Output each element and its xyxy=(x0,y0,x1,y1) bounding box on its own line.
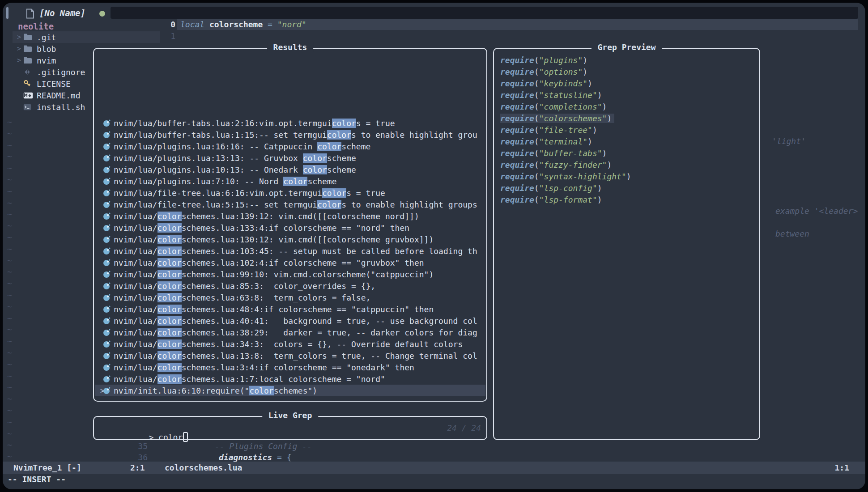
result-row[interactable]: nvim/lua/plugins.lua:13:13: -- Gruvbox c… xyxy=(95,152,485,164)
require-statement: require("fuzzy-finder") xyxy=(500,160,614,170)
statusline: NvimTree_1 [-] 2:1 colorschemes.lua 1:1 xyxy=(3,462,865,474)
empty-line-tilde: ~ xyxy=(7,140,12,150)
result-row[interactable]: nvim/lua/colorschemes.lua:103:45: -- set… xyxy=(95,245,485,257)
close-paren: ) xyxy=(597,90,602,100)
result-text: nvim/lua/colorschemes.lua:130:12: vim.cm… xyxy=(114,235,485,244)
require-statement: require("completions") xyxy=(500,102,609,111)
result-text: nvim/lua/colorschemes.lua:99:10: vim.cmd… xyxy=(114,270,485,279)
close-paren: ) xyxy=(602,102,607,111)
preview-list: require("plugins")require("options")requ… xyxy=(495,54,758,205)
code-fragment: 'light' xyxy=(772,136,806,146)
match-highlight: color xyxy=(157,235,182,244)
open-paren: ( xyxy=(534,183,539,193)
empty-line-tilde: ~ xyxy=(7,302,12,311)
match-highlight: color xyxy=(157,339,182,349)
result-row[interactable]: nvim/lua/colorschemes.lua:3:4:if colorsc… xyxy=(95,361,485,373)
result-text: nvim/lua/colorschemes.lua:103:45: -- set… xyxy=(114,246,485,256)
result-row[interactable]: nvim/lua/plugins.lua:16:16: -- Catppucci… xyxy=(95,140,485,152)
require-statement: require("buffer-tabs") xyxy=(500,148,609,158)
empty-line-tilde: ~ xyxy=(7,198,12,208)
lua-icon xyxy=(103,271,114,278)
preview-row-lsp-format: require("lsp-format") xyxy=(495,194,758,205)
line-number: 0 xyxy=(157,20,175,29)
result-row[interactable]: >nvim/init.lua:6:10:require("colorscheme… xyxy=(95,385,485,396)
result-row[interactable]: nvim/lua/buffer-tabs.lua:2:16:vim.opt.te… xyxy=(95,117,485,129)
text-cursor xyxy=(183,432,188,442)
markdown-icon xyxy=(23,92,37,99)
match-post: s to enable highlight groups xyxy=(341,200,477,209)
livegrep-prompt[interactable]: > color xyxy=(100,423,188,451)
match-pre: nvim/lua/ xyxy=(114,316,157,326)
code-token: = { xyxy=(272,453,291,462)
empty-line-tilde: ~ xyxy=(7,394,12,403)
module-string: "file-tree" xyxy=(539,125,592,135)
lua-icon xyxy=(103,154,114,162)
result-row[interactable]: nvim/lua/colorschemes.lua:40:41: backgro… xyxy=(95,315,485,327)
result-row[interactable]: nvim/lua/file-tree.lua:6:16:vim.opt.term… xyxy=(95,187,485,199)
empty-line-tilde: ~ xyxy=(7,314,12,323)
tab-label[interactable]: [No Name] xyxy=(39,8,85,18)
close-paren: ) xyxy=(583,55,587,65)
lua-icon xyxy=(103,364,114,371)
lua-icon xyxy=(103,224,114,232)
empty-line-tilde: ~ xyxy=(7,360,12,369)
match-highlight: color xyxy=(317,142,341,151)
statusline-cursor-position: 1:1 xyxy=(834,463,849,472)
result-text: nvim/lua/colorschemes.lua:13:8: term_col… xyxy=(114,351,485,361)
result-row[interactable]: nvim/lua/colorschemes.lua:1:7:local colo… xyxy=(95,373,485,385)
empty-line-tilde: ~ xyxy=(7,348,12,357)
tree-item-git[interactable]: >.git xyxy=(13,31,160,43)
result-text: nvim/lua/file-tree.lua:6:16:vim.opt.term… xyxy=(114,188,485,198)
result-text: nvim/lua/colorschemes.lua:139:12: vim.cm… xyxy=(114,212,485,221)
match-post: schemes") xyxy=(274,386,318,395)
require-statement: require("syntax-highlight") xyxy=(500,172,634,181)
match-pre: nvim/lua/ xyxy=(114,212,157,221)
result-row[interactable]: nvim/lua/colorschemes.lua:130:12: vim.cm… xyxy=(95,233,485,245)
lua-icon xyxy=(103,189,114,197)
match-pre: nvim/lua/ xyxy=(114,363,157,372)
statusline-filename: colorschemes.lua xyxy=(165,463,242,472)
result-row[interactable]: nvim/lua/colorschemes.lua:99:10: vim.cmd… xyxy=(95,268,485,280)
result-row[interactable]: nvim/lua/colorschemes.lua:38:29: darker … xyxy=(95,327,485,338)
result-row[interactable]: nvim/lua/colorschemes.lua:34:3: colors =… xyxy=(95,338,485,350)
result-row[interactable]: nvim/lua/colorschemes.lua:13:8: term_col… xyxy=(95,350,485,361)
results-list: nvim/lua/buffer-tabs.lua:2:16:vim.opt.te… xyxy=(95,117,485,396)
module-string: "options" xyxy=(539,67,583,76)
result-row[interactable]: nvim/lua/colorschemes.lua:85:3: color_ov… xyxy=(95,280,485,292)
module-string: "colorschemes" xyxy=(539,114,607,123)
open-paren: ( xyxy=(534,90,539,100)
require-statement: require("keybinds") xyxy=(500,79,595,88)
result-row[interactable]: nvim/lua/file-tree.lua:5:15:-- set termg… xyxy=(95,199,485,210)
match-pre: nvim/lua/ xyxy=(114,293,157,302)
match-pre: nvim/lua/file-tree.lua:6:16:vim.opt.term… xyxy=(114,188,322,198)
result-row[interactable]: nvim/lua/colorschemes.lua:48:4:if colors… xyxy=(95,303,485,315)
preview-row-lsp-config: require("lsp-config") xyxy=(495,182,758,194)
result-row[interactable]: nvim/lua/colorschemes.lua:63:8: term_col… xyxy=(95,292,485,303)
result-text: nvim/lua/buffer-tabs.lua:2:16:vim.opt.te… xyxy=(114,119,485,128)
code-fragment: between xyxy=(775,229,809,238)
grep-preview-window: Grep Preview require("plugins")require("… xyxy=(493,48,760,440)
match-pre: nvim/lua/plugins.lua:7:10: -- Nord xyxy=(114,177,283,186)
lua-icon xyxy=(103,131,114,139)
lua-icon xyxy=(103,166,114,174)
empty-line-tilde: ~ xyxy=(7,382,12,392)
close-paren: ) xyxy=(587,79,592,88)
result-row[interactable]: nvim/lua/colorschemes.lua:133:4:if color… xyxy=(95,222,485,233)
result-row[interactable]: nvim/lua/plugins.lua:10:13: -- Onedark c… xyxy=(95,164,485,175)
result-row[interactable]: nvim/lua/buffer-tabs.lua:1:15:-- set ter… xyxy=(95,129,485,140)
livegrep-window: Live Grep > color 24 / 24 xyxy=(93,416,487,440)
module-string: "terminal" xyxy=(539,137,587,146)
match-pre: nvim/lua/ xyxy=(114,235,157,244)
module-string: "buffer-tabs" xyxy=(539,148,602,158)
empty-line-tilde: ~ xyxy=(7,417,12,427)
result-row[interactable]: nvim/lua/colorschemes.lua:102:4:if color… xyxy=(95,257,485,268)
preview-title: Grep Preview xyxy=(591,42,662,52)
match-post: schemes.lua:34:3: colors = {}, -- Overri… xyxy=(182,339,463,349)
empty-line-tilde: ~ xyxy=(7,187,12,196)
result-row[interactable]: nvim/lua/plugins.lua:7:10: -- Nord color… xyxy=(95,175,485,187)
result-row[interactable]: nvim/lua/colorschemes.lua:139:12: vim.cm… xyxy=(95,210,485,222)
folder-icon xyxy=(23,57,37,64)
match-pre: nvim/lua/ xyxy=(114,374,157,384)
open-paren: ( xyxy=(534,125,539,135)
line-number: 36 xyxy=(130,453,148,462)
